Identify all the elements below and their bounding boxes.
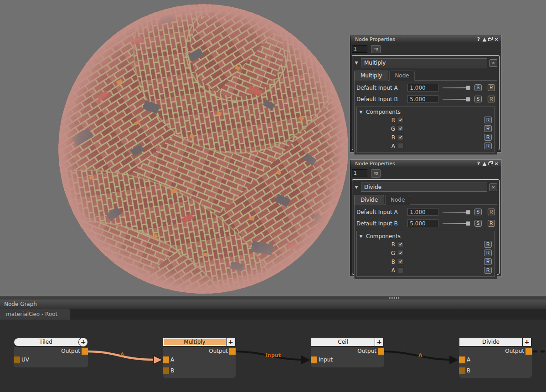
panel-title: Node Properties — [355, 161, 395, 167]
reset-button[interactable]: R — [488, 209, 495, 215]
default-input-b-field[interactable] — [407, 95, 438, 103]
wire-arrowhead — [301, 356, 310, 364]
check-icon: ✔ — [399, 251, 402, 255]
default-input-b-slider[interactable] — [443, 221, 470, 226]
property-row-default-input-a: Default Input A S R — [356, 82, 495, 93]
reset-button[interactable]: R — [488, 84, 495, 91]
collapse-triangle-icon[interactable]: ▼ — [354, 61, 359, 65]
reset-button[interactable]: R — [484, 117, 492, 123]
tab-multiply[interactable]: Multiply — [354, 71, 388, 81]
default-input-a-slider[interactable] — [443, 209, 470, 215]
component-label: R — [359, 241, 398, 248]
reset-button[interactable]: R — [484, 143, 492, 149]
float-icon[interactable] — [488, 161, 493, 167]
tab-node[interactable]: Node — [385, 195, 410, 205]
reset-button[interactable]: R — [484, 134, 492, 141]
reset-button[interactable]: R — [484, 258, 492, 265]
checkbox-g[interactable]: ✔ — [398, 250, 404, 256]
reset-button[interactable]: R — [484, 241, 492, 248]
property-row-default-input-b: Default Input B S R — [356, 93, 495, 105]
checkbox-r[interactable]: ✔ — [398, 117, 404, 123]
help-icon[interactable]: ? — [476, 161, 481, 167]
instance-count-field[interactable] — [352, 45, 367, 53]
component-label: B — [359, 259, 398, 265]
default-input-b-slider[interactable] — [443, 97, 470, 102]
check-icon: ✔ — [399, 260, 402, 264]
components-group: ▼ Components R ✔ R G ✔ R B ✔ R — [356, 107, 495, 153]
check-icon: ✔ — [399, 118, 402, 122]
tab-divide[interactable]: Divide — [354, 195, 384, 205]
checkbox-a[interactable] — [398, 267, 404, 273]
reset-button[interactable]: R — [488, 220, 495, 227]
lock-icon: ≡x — [374, 171, 378, 176]
checkbox-b[interactable]: ✔ — [398, 134, 404, 140]
float-icon[interactable] — [488, 36, 493, 42]
property-label: Default Input B — [356, 96, 407, 102]
panel-titlebar[interactable]: Node Properties ? ▲ × — [350, 160, 501, 167]
set-button[interactable]: S — [474, 96, 482, 102]
component-label: G — [359, 250, 398, 256]
component-label: B — [359, 134, 398, 141]
component-row-b: B ✔ R — [359, 133, 493, 142]
components-header-label: Components — [366, 109, 401, 115]
node-graph-titlebar[interactable]: Node Graph — [0, 300, 546, 309]
collapse-triangle-icon[interactable]: ▼ — [359, 234, 363, 239]
component-label: G — [359, 126, 398, 132]
default-input-a-field[interactable] — [407, 208, 438, 216]
set-button[interactable]: S — [474, 209, 482, 215]
default-input-b-field[interactable] — [407, 219, 438, 227]
set-button[interactable]: S — [474, 220, 482, 227]
close-icon[interactable]: × — [494, 36, 499, 42]
remove-node-properties-button[interactable]: × — [489, 59, 497, 67]
collapse-triangle-icon[interactable]: ▼ — [359, 110, 363, 114]
checkbox-b[interactable]: ✔ — [398, 259, 404, 265]
panel-titlebar[interactable]: Node Properties ? ▲ × — [350, 36, 501, 43]
components-group: ▼ Components R ✔ R G ✔ R B ✔ R — [356, 231, 495, 277]
node-name-field[interactable] — [361, 58, 487, 67]
lock-properties-button[interactable]: ≡x — [371, 45, 381, 53]
component-row-g: G ✔ R — [359, 249, 493, 257]
component-label: A — [359, 143, 398, 149]
property-label: Default Input A — [356, 209, 407, 215]
node-graph-tabstrip: materialGeo - Root — [0, 309, 546, 320]
reset-button[interactable]: R — [488, 96, 495, 102]
close-icon[interactable]: × — [494, 161, 499, 167]
property-row-default-input-b: Default Input B S R — [356, 218, 495, 229]
reset-button[interactable]: R — [484, 249, 492, 256]
collapse-triangle-icon[interactable]: ▼ — [354, 185, 359, 189]
reset-button[interactable]: R — [484, 125, 492, 132]
checkbox-r[interactable]: ✔ — [398, 241, 404, 247]
wire-label: A — [418, 352, 422, 358]
default-input-a-slider[interactable] — [443, 85, 470, 91]
reset-button[interactable]: R — [484, 267, 492, 274]
node-properties-panel-multiply: Node Properties ? ▲ × ≡x ▼ × Multiply No… — [350, 36, 501, 152]
property-label: Default Input A — [356, 85, 407, 91]
help-icon[interactable]: ? — [476, 36, 481, 42]
checkbox-g[interactable]: ✔ — [398, 126, 404, 132]
node-name-field[interactable] — [361, 183, 487, 192]
property-row-default-input-a: Default Input A S R — [356, 206, 495, 218]
shade-icon[interactable]: ▲ — [482, 36, 487, 42]
check-icon: ✔ — [399, 135, 402, 140]
tab-node[interactable]: Node — [389, 71, 414, 81]
lock-properties-button[interactable]: ≡x — [371, 169, 381, 178]
default-input-a-field[interactable] — [407, 84, 438, 92]
wire-ceil-to-divide[interactable] — [384, 351, 449, 360]
wire-label: A — [120, 351, 124, 357]
node-graph-canvas[interactable]: Tiled + Output UV Multiply + Output A — [0, 320, 546, 392]
node-properties-group: ▼ × Multiply Node Default Input A S R De… — [352, 55, 500, 150]
node-graph-panel: Node Graph materialGeo - Root Tiled + Ou… — [0, 296, 546, 392]
component-label: A — [359, 267, 398, 274]
tab-materialgeo-root[interactable]: materialGeo - Root — [0, 309, 70, 320]
shade-icon[interactable]: ▲ — [482, 161, 487, 167]
component-row-a: A R — [359, 142, 493, 150]
component-row-r: R ✔ R — [359, 240, 493, 249]
components-header-label: Components — [366, 233, 401, 239]
checkbox-a[interactable] — [398, 143, 404, 149]
set-button[interactable]: S — [474, 84, 482, 91]
panel-splitter-handle[interactable] — [0, 296, 546, 300]
node-properties-panel-divide: Node Properties ? ▲ × ≡x ▼ × Divide Node… — [350, 160, 501, 276]
remove-node-properties-button[interactable]: × — [489, 183, 497, 191]
instance-count-field[interactable] — [352, 169, 367, 177]
lock-icon: ≡x — [374, 46, 378, 51]
